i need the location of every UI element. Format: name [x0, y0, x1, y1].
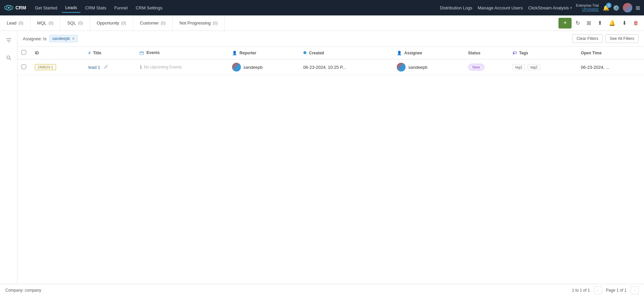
row-events[interactable]: 1 No Upcoming Events	[136, 59, 228, 75]
svg-point-4	[7, 56, 10, 59]
nav-get-started[interactable]: Get Started	[32, 3, 60, 12]
th-reporter-label: Reporter	[239, 51, 256, 55]
status-sql[interactable]: SQL (0)	[60, 15, 90, 31]
add-lead-button[interactable]: +	[558, 18, 572, 29]
grid-menu-btn[interactable]: ⊞	[636, 5, 640, 11]
nav-funnel[interactable]: Funnel	[111, 3, 131, 12]
row-id[interactable]: 240623-1	[31, 59, 84, 75]
status-sql-label: SQL	[67, 20, 76, 26]
th-reporter[interactable]: 👤 Reporter	[228, 47, 299, 59]
row-checkbox[interactable]	[21, 64, 26, 69]
enterprise-badge: Enterprise-Trial UPGRADE	[576, 4, 599, 12]
th-title-label: Title	[93, 51, 101, 55]
row-created: 06-23-2024, 10:25 P...	[299, 59, 393, 75]
search-icon[interactable]	[3, 52, 14, 64]
edit-icon	[104, 65, 108, 70]
footer-right: 1 to 1 of 1 ‹ Page 1 of 1 ›	[572, 286, 639, 294]
svg-point-3	[623, 3, 632, 12]
row-open-time: 06-23-2024, ...	[577, 59, 644, 75]
nav-right-links: Distribution Logs Manage Account Users C…	[440, 5, 572, 10]
filter-bar: Assignee: Is sandeepb × Clear Filters Se…	[17, 31, 644, 47]
see-all-filters-button[interactable]: See All Filters	[605, 34, 639, 43]
row-title[interactable]: lead 1	[84, 59, 136, 75]
svg-point-9	[232, 63, 241, 71]
assignee-avatar	[397, 63, 406, 71]
app-name: CRM	[15, 5, 26, 10]
notification-bell-btn[interactable]: 🔔 0	[603, 5, 609, 11]
row-reporter[interactable]: sandeepb	[228, 59, 299, 75]
settings-gear-btn[interactable]: ⚙️	[613, 5, 620, 11]
tag-badge-tag1[interactable]: tag1	[513, 64, 525, 70]
th-events-label: Events	[147, 50, 160, 55]
delete-button[interactable]: 🗑	[631, 18, 641, 28]
filter-tag-value: sandeepb	[52, 36, 70, 41]
refresh-button[interactable]: ↻	[573, 18, 583, 28]
table-row[interactable]: 240623-1 lead 1 1	[17, 59, 644, 75]
row-tags[interactable]: tag1 tag2	[508, 59, 577, 75]
select-all-checkbox[interactable]	[21, 50, 26, 55]
user-avatar[interactable]	[623, 3, 632, 12]
nav-clickstream-analysis[interactable]: ClickStream Analysis ▾	[528, 5, 572, 10]
table-footer: Company: company 1 to 1 of 1 ‹ Page 1 of…	[0, 284, 644, 296]
no-upcoming-events: No Upcoming Events	[144, 65, 182, 69]
notification-settings-button[interactable]: 🔔	[606, 18, 618, 28]
svg-point-8	[303, 51, 306, 54]
upgrade-link[interactable]: UPGRADE	[582, 8, 599, 12]
nav-distribution-logs[interactable]: Distribution Logs	[440, 5, 472, 10]
status-mql[interactable]: MQL (0)	[31, 15, 61, 31]
filter-icon[interactable]	[3, 35, 14, 47]
th-id-label: ID	[35, 51, 39, 55]
status-not-progressing-label: Not Progressing	[179, 20, 211, 26]
status-customer-label: Customer	[140, 20, 159, 26]
row-assignee[interactable]: sandeepb	[393, 59, 464, 75]
th-tags-icon: 🏷	[513, 51, 517, 55]
status-actions: + ↻ ⊞ ⬆ 🔔 ⬇ 🗑	[556, 18, 644, 29]
status-mql-count: (0)	[49, 21, 54, 26]
nav-crm-stats[interactable]: CRM Stats	[82, 3, 110, 12]
app-logo[interactable]: CRM	[4, 4, 26, 11]
created-date: 06-23-2024, 10:25 P...	[303, 65, 346, 70]
th-open-time[interactable]: Open Time	[577, 47, 644, 59]
status-not-progressing[interactable]: Not Progressing (0)	[173, 15, 225, 31]
status-sql-count: (0)	[78, 21, 83, 26]
nav-leads[interactable]: Leads	[62, 3, 80, 13]
row-status[interactable]: New	[464, 59, 509, 75]
th-tags[interactable]: 🏷 Tags	[508, 47, 577, 59]
columns-button[interactable]: ⊞	[584, 18, 594, 28]
status-lead[interactable]: Lead (0)	[0, 15, 31, 31]
download-button[interactable]: ⬇	[620, 18, 629, 28]
th-assignee-icon: 👤	[397, 51, 402, 55]
th-events-icon	[140, 50, 145, 55]
th-status[interactable]: Status	[464, 47, 509, 59]
filter-tag-close-button[interactable]: ×	[72, 36, 75, 41]
svg-rect-6	[141, 51, 141, 52]
nav-right: Distribution Logs Manage Account Users C…	[440, 3, 640, 12]
th-created[interactable]: Created	[299, 47, 393, 59]
nav-crm-settings[interactable]: CRM Settings	[132, 3, 166, 12]
status-lead-label: Lead	[7, 20, 16, 26]
clear-filters-button[interactable]: Clear Filters	[572, 34, 603, 43]
th-select-all[interactable]	[17, 47, 31, 59]
chevron-down-icon: ▾	[570, 6, 572, 10]
lead-title: lead 1	[88, 65, 100, 70]
th-tags-label: Tags	[519, 51, 528, 55]
main-content: Assignee: Is sandeepb × Clear Filters Se…	[0, 31, 644, 296]
notification-badge: 0	[606, 3, 611, 8]
row-select[interactable]	[17, 59, 31, 75]
nav-links: Get Started Leads CRM Stats Funnel CRM S…	[32, 3, 440, 13]
svg-rect-7	[142, 51, 143, 52]
status-customer[interactable]: Customer (0)	[133, 15, 173, 31]
th-open-time-label: Open Time	[581, 51, 602, 55]
status-opportunity[interactable]: Opportunity (0)	[90, 15, 133, 31]
pagination-prev-button[interactable]: ‹	[594, 286, 602, 294]
th-title[interactable]: # Title	[84, 47, 136, 59]
pagination-next-button[interactable]: ›	[631, 286, 639, 294]
tag-badge-tag2[interactable]: tag2	[528, 64, 540, 70]
th-assignee[interactable]: 👤 Assignee	[393, 47, 464, 59]
th-events[interactable]: Events	[136, 47, 228, 59]
nav-manage-account-users[interactable]: Manage Account Users	[478, 5, 523, 10]
th-id[interactable]: ID	[31, 47, 84, 59]
status-not-progressing-count: (0)	[213, 21, 218, 26]
upload-button[interactable]: ⬆	[595, 18, 605, 28]
table-scroll-area[interactable]: ID # Title Events �	[17, 47, 644, 293]
